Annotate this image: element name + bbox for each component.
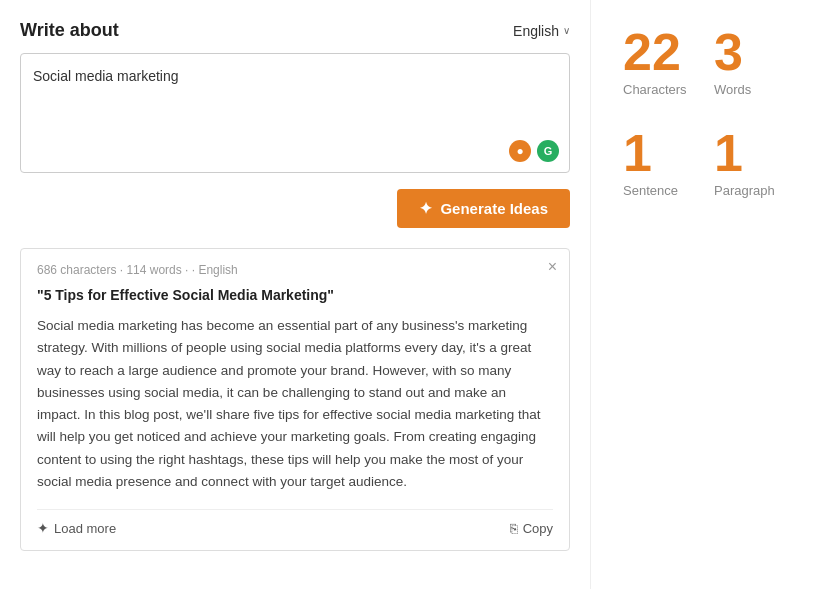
sentence-label: Sentence [623,183,690,198]
write-about-input-area[interactable]: Social media marketing ● G [20,53,570,173]
copy-icon: ⎘ [510,521,518,536]
close-button[interactable]: × [548,259,557,275]
characters-label: Characters [623,82,690,97]
plus-icon: ✦ [419,199,432,218]
copy-label: Copy [523,521,553,536]
page-title: Write about [20,20,119,41]
words-value: 3 [714,26,781,78]
result-title: "5 Tips for Effective Social Media Marke… [37,287,553,303]
words-label: Words [714,82,781,97]
characters-stat: 22 Characters [611,16,702,117]
paragraph-value: 1 [714,127,781,179]
stats-sidebar: 22 Characters 3 Words 1 Sentence 1 Parag… [590,0,813,589]
words-stat: 3 Words [702,16,793,117]
load-more-icon: ✦ [37,520,49,536]
characters-value: 22 [623,26,690,78]
sentence-stat: 1 Sentence [611,117,702,218]
result-footer: ✦ Load more ⎘ Copy [37,509,553,536]
write-about-header: Write about English ∨ [20,20,570,41]
generate-button-label: Generate Ideas [440,200,548,217]
grammarly-icon: G [537,140,559,162]
input-text: Social media marketing [33,66,557,87]
result-body: Social media marketing has become an ess… [37,315,553,493]
generate-ideas-button[interactable]: ✦ Generate Ideas [397,189,570,228]
language-selector[interactable]: English ∨ [513,23,570,39]
input-icons: ● G [509,140,559,162]
paragraph-stat: 1 Paragraph [702,117,793,218]
load-more-button[interactable]: ✦ Load more [37,520,116,536]
paragraph-label: Paragraph [714,183,781,198]
load-more-label: Load more [54,521,116,536]
stats-grid: 22 Characters 3 Words 1 Sentence 1 Parag… [611,16,793,218]
chevron-down-icon: ∨ [563,25,570,36]
language-label: English [513,23,559,39]
result-card: 686 characters · 114 words · · English ×… [20,248,570,551]
copy-button[interactable]: ⎘ Copy [510,521,553,536]
result-meta: 686 characters · 114 words · · English [37,263,553,277]
orange-icon: ● [509,140,531,162]
sentence-value: 1 [623,127,690,179]
